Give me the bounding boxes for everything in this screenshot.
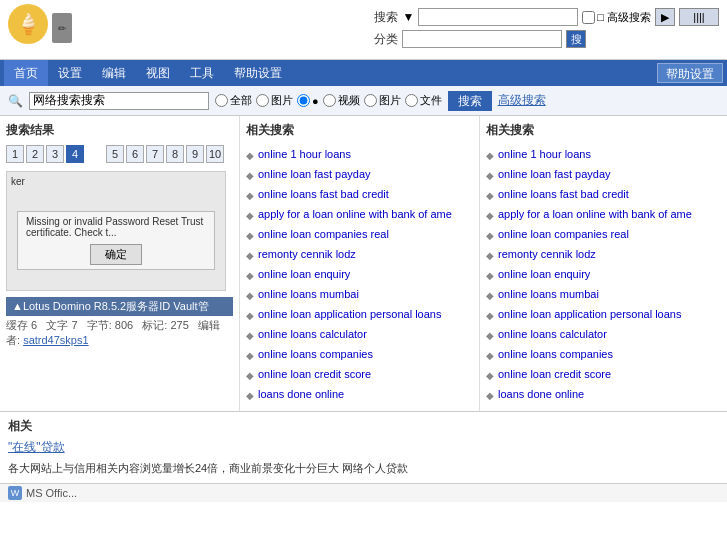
result-link[interactable]: online loan fast payday (258, 167, 371, 182)
search-btn-1[interactable]: ▶ (655, 8, 675, 26)
page-9[interactable]: 9 (186, 145, 204, 163)
checkbox-label[interactable]: □ 高级搜索 (582, 10, 651, 25)
list-item: ◆online loan application personal loans (486, 305, 721, 325)
page-3[interactable]: 3 (46, 145, 64, 163)
result-link[interactable]: remonty cennik lodz (498, 247, 596, 262)
result-link[interactable]: online loan credit score (258, 367, 371, 382)
logo-area: 🍦 ✏ (8, 4, 72, 44)
search-input-1[interactable] (418, 8, 578, 26)
bullet-icon: ◆ (486, 369, 494, 383)
result-link[interactable]: online loan application personal loans (258, 307, 441, 322)
logo-icon: 🍦 (8, 4, 48, 44)
bullet-icon: ◆ (246, 289, 254, 303)
result-link[interactable]: loans done online (258, 387, 344, 402)
nav-item-view[interactable]: 视图 (136, 60, 180, 86)
bottom-tag-link[interactable]: "在线"贷款 (8, 439, 65, 456)
bullet-icon: ◆ (246, 389, 254, 403)
list-item: ◆online loan application personal loans (246, 305, 473, 325)
radio-all[interactable]: 全部 (215, 93, 252, 108)
list-item: ◆online loan companies real (486, 225, 721, 245)
page-7[interactable]: 7 (146, 145, 164, 163)
main-search-input[interactable] (29, 92, 209, 110)
page-1[interactable]: 1 (6, 145, 24, 163)
bullet-icon: ◆ (246, 309, 254, 323)
nav-item-home[interactable]: 首页 (4, 60, 48, 86)
bullet-icon: ◆ (246, 169, 254, 183)
result-link[interactable]: online loans companies (498, 347, 613, 362)
result-link[interactable]: online loans calculator (258, 327, 367, 342)
list-item: ◆loans done online (486, 385, 721, 405)
result-link[interactable]: online loan application personal loans (498, 307, 681, 322)
search-area: 搜索 ▼ □ 高级搜索 ▶ |||| 分类 搜 (374, 4, 719, 48)
list-item: ◆online loans fast bad credit (246, 185, 473, 205)
result-link[interactable]: online loans fast bad credit (498, 187, 629, 202)
nav-item-tools[interactable]: 工具 (180, 60, 224, 86)
page-4-active[interactable]: 4 (66, 145, 84, 163)
bullet-icon: ◆ (246, 349, 254, 363)
list-item: ◆online loan enquiry (246, 265, 473, 285)
nav-item-settings[interactable]: 设置 (48, 60, 92, 86)
bullet-icon: ◆ (486, 309, 494, 323)
search-input-2[interactable] (402, 30, 562, 48)
result-link[interactable]: online loan enquiry (258, 267, 350, 282)
page-dots (86, 145, 104, 163)
result-link[interactable]: online loan companies real (258, 227, 389, 242)
left-panel: 搜索结果 1 2 3 4 5 6 7 8 9 10 ker Missing or… (0, 116, 240, 411)
list-item: ◆online loans companies (246, 345, 473, 365)
result-link[interactable]: online loan credit score (498, 367, 611, 382)
page-10[interactable]: 10 (206, 145, 224, 163)
bullet-icon: ◆ (486, 149, 494, 163)
ok-button[interactable]: 确定 (90, 244, 142, 265)
help-settings-button[interactable]: 帮助设置 (657, 63, 723, 83)
list-item: ◆online loan enquiry (486, 265, 721, 285)
result-link[interactable]: online 1 hour loans (498, 147, 591, 162)
error-box: Missing or invalid Password Reset Trust … (17, 211, 215, 270)
list-item: ◆online loan fast payday (246, 165, 473, 185)
search-btn-2[interactable]: |||| (679, 8, 719, 26)
main-content: 搜索结果 1 2 3 4 5 6 7 8 9 10 ker Missing or… (0, 116, 727, 411)
bullet-icon: ◆ (486, 389, 494, 403)
search-btn-3[interactable]: 搜 (566, 30, 586, 48)
radio-img2[interactable]: 图片 (364, 93, 401, 108)
search-go-button[interactable]: 搜索 (448, 91, 492, 111)
page-8[interactable]: 8 (166, 145, 184, 163)
bullet-icon: ◆ (246, 269, 254, 283)
radio-web[interactable]: ● (297, 94, 319, 107)
page-6[interactable]: 6 (126, 145, 144, 163)
page-2[interactable]: 2 (26, 145, 44, 163)
result-link[interactable]: online loan enquiry (498, 267, 590, 282)
right-result-list: ◆online 1 hour loans ◆online loan fast p… (486, 145, 721, 405)
result-link[interactable]: online loans fast bad credit (258, 187, 389, 202)
result-link[interactable]: online loan companies real (498, 227, 629, 242)
list-item: ◆online loan fast payday (486, 165, 721, 185)
list-item: ◆online loans mumbai (486, 285, 721, 305)
bullet-icon: ◆ (246, 149, 254, 163)
result-link[interactable]: online 1 hour loans (258, 147, 351, 162)
page-5[interactable]: 5 (106, 145, 124, 163)
radio-video[interactable]: 视频 (323, 93, 360, 108)
result-link[interactable]: remonty cennik lodz (258, 247, 356, 262)
advanced-checkbox[interactable] (582, 11, 595, 24)
advanced-search-button[interactable]: 高级搜索 (498, 92, 546, 109)
editor-link[interactable]: satrd47skps1 (23, 334, 88, 346)
radio-image[interactable]: 图片 (256, 93, 293, 108)
list-item: ◆online loans companies (486, 345, 721, 365)
navbar: 首页 设置 编辑 视图 工具 帮助设置 帮助设置 (0, 60, 727, 86)
result-link[interactable]: online loans mumbai (258, 287, 359, 302)
result-link[interactable]: online loans mumbai (498, 287, 599, 302)
result-link[interactable]: online loans companies (258, 347, 373, 362)
bullet-icon: ◆ (246, 209, 254, 223)
bullet-icon: ◆ (486, 229, 494, 243)
result-link[interactable]: loans done online (498, 387, 584, 402)
nav-item-help[interactable]: 帮助设置 (224, 60, 292, 86)
result-link[interactable]: online loans calculator (498, 327, 607, 342)
bullet-icon: ◆ (486, 189, 494, 203)
error-text: Missing or invalid Password Reset Trust … (26, 216, 206, 238)
result-link[interactable]: apply for a loan online with bank of ame (498, 207, 692, 222)
list-item: ◆loans done online (246, 385, 473, 405)
nav-item-edit[interactable]: 编辑 (92, 60, 136, 86)
radio-file[interactable]: 文件 (405, 93, 442, 108)
result-link[interactable]: apply for a loan online with bank of ame (258, 207, 452, 222)
radio-group: 全部 图片 ● 视频 图片 文件 (215, 93, 442, 108)
result-link[interactable]: online loan fast payday (498, 167, 611, 182)
